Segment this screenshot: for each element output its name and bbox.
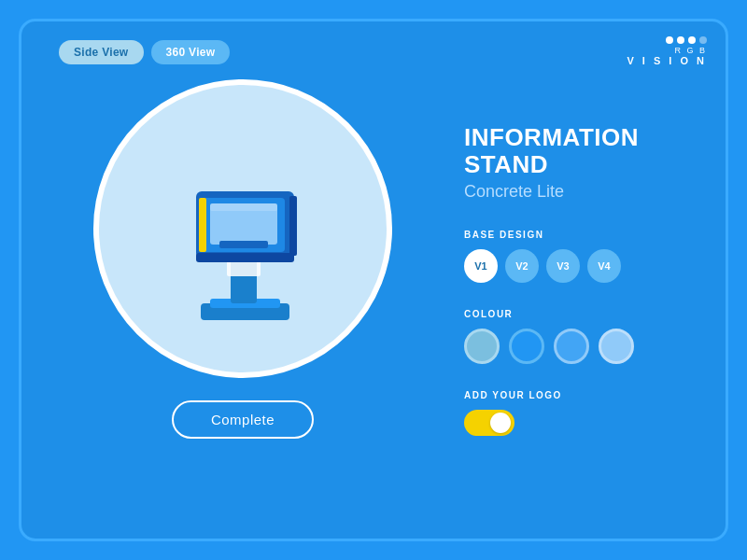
colour-label: COLOUR (464, 309, 698, 319)
brand-dot (688, 36, 696, 44)
svg-rect-8 (289, 196, 297, 256)
left-panel: Side View 360 View (40, 40, 445, 520)
add-logo-label: ADD YOUR LOGO (464, 390, 698, 400)
brand-dot (666, 36, 673, 44)
brand-dot (677, 36, 684, 44)
colour-swatch-blue-grey[interactable] (464, 329, 500, 364)
product-preview-circle (93, 79, 392, 378)
complete-button[interactable]: Complete (172, 400, 314, 439)
svg-rect-11 (210, 203, 277, 211)
svg-rect-6 (199, 198, 206, 252)
product-subtitle: Concrete Lite (464, 182, 698, 202)
product-title: INFORMATION STAND (464, 124, 698, 177)
version-v1[interactable]: V1 (464, 249, 498, 283)
rgb-text: R G B (674, 46, 707, 55)
brand-label: R G B (627, 46, 707, 55)
version-v3[interactable]: V3 (546, 249, 580, 283)
colour-swatch-dark-blue[interactable] (509, 329, 544, 364)
right-panel: INFORMATION STAND Concrete Lite BASE DES… (445, 40, 707, 520)
view-tabs: Side View 360 View (59, 40, 230, 64)
brand-dots (627, 36, 707, 44)
base-design-label: BASE DESIGN (464, 230, 698, 240)
colour-options (464, 329, 698, 364)
kiosk-illustration (154, 121, 331, 336)
brand-logo: R G B V I S I O N (627, 36, 707, 66)
version-v2[interactable]: V2 (505, 249, 539, 283)
side-view-tab[interactable]: Side View (59, 40, 144, 64)
brand-dot (699, 36, 707, 44)
version-v4[interactable]: V4 (587, 249, 621, 283)
360-view-tab[interactable]: 360 View (151, 40, 231, 64)
svg-rect-9 (196, 253, 294, 262)
colour-swatch-light-blue[interactable] (599, 329, 634, 364)
logo-toggle[interactable] (464, 410, 514, 436)
colour-swatch-mid-blue[interactable] (554, 329, 589, 364)
vision-text: V I S I O N (627, 55, 707, 66)
version-options: V1 V2 V3 V4 (464, 249, 698, 283)
main-card: R G B V I S I O N Side View 360 View (19, 19, 728, 541)
logo-toggle-row (464, 410, 698, 436)
svg-rect-10 (219, 241, 268, 248)
toggle-knob (490, 413, 511, 433)
